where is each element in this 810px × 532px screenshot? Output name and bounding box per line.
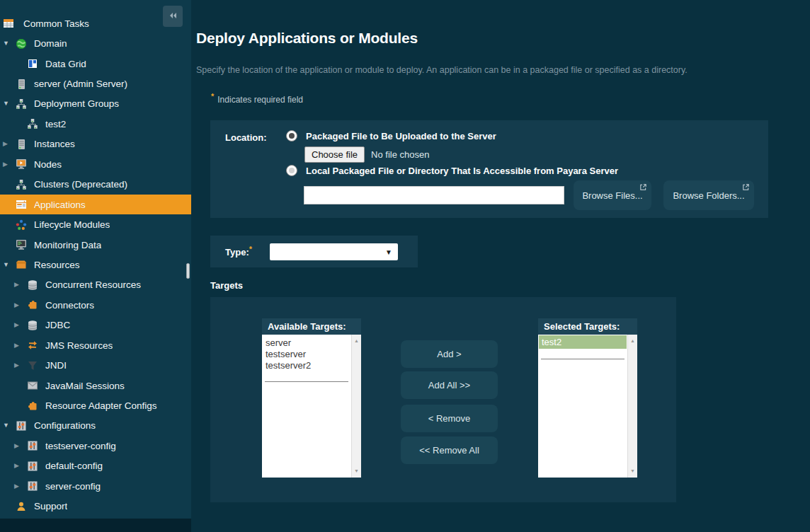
page-subtitle: Specify the location of the application … [196, 65, 810, 75]
sidebar-item-nodes[interactable]: ▶Nodes [0, 154, 191, 174]
sidebar-item-label: Instances [34, 139, 75, 149]
sidebar-item-resources[interactable]: ▼Resources [0, 255, 191, 274]
scroll-up-icon[interactable]: ▲ [628, 337, 637, 345]
path-row: Browse Files... Browse Folders... [304, 180, 754, 210]
sidebar-item-clusters-deprecated[interactable]: Clusters (Deprecated) [0, 175, 191, 195]
tree-collapsed-arrow-icon[interactable]: ▶ [3, 141, 16, 147]
file-chosen-status: No file chosen [371, 149, 429, 160]
selected-targets-scrollbar[interactable]: ▲ ▼ [627, 335, 637, 478]
add-button[interactable]: Add > [401, 340, 498, 368]
external-link-icon [742, 183, 750, 191]
dropdown-caret-icon: ▼ [385, 248, 392, 255]
common-tasks-icon [3, 18, 14, 29]
upload-radio[interactable] [286, 130, 297, 141]
remove-button[interactable]: < Remove [401, 405, 498, 432]
sidebar-item-label: JNDI [45, 360, 67, 371]
sidebar-item-server-admin-server[interactable]: server (Admin Server) [0, 74, 191, 93]
tree-collapsed-arrow-icon[interactable]: ▶ [14, 463, 27, 469]
sidebar-item-common-tasks[interactable]: Common Tasks [0, 13, 191, 33]
sidebar-item-jms-resources[interactable]: ▶JMS Resources [0, 335, 191, 355]
tree-collapsed-arrow-icon[interactable]: ▶ [3, 161, 16, 168]
selected-targets-list-items: test2 [538, 335, 627, 349]
sidebar-item-jndi[interactable]: ▶JNDI [0, 355, 191, 375]
config-sliders-icon [27, 461, 38, 472]
tree-collapsed-arrow-icon[interactable]: ▶ [14, 483, 27, 490]
browse-files-button[interactable]: Browse Files... [574, 180, 651, 210]
tree-expanded-arrow-icon[interactable]: ▼ [3, 100, 16, 107]
local-option-row: Local Packaged File or Directory That Is… [286, 165, 618, 176]
type-dropdown[interactable]: ▼ [270, 243, 398, 260]
tree-collapsed-arrow-icon[interactable]: ▶ [14, 362, 27, 369]
available-target-item-testserver2[interactable]: testserver2 [266, 360, 351, 371]
puzzle-icon [27, 299, 38, 311]
tree-collapsed-arrow-icon[interactable]: ▶ [14, 443, 27, 449]
sidebar-item-resource-adapter-configs[interactable]: Resource Adapter Configs [0, 395, 191, 415]
remove-all-button[interactable]: << Remove All [401, 436, 498, 464]
sidebar-scrollbar-thumb[interactable] [186, 263, 190, 279]
scroll-up-icon[interactable]: ▲ [352, 337, 361, 345]
sidebar-item-concurrent-resources[interactable]: ▶Concurrent Resources [0, 275, 191, 295]
available-targets-box: Available Targets: servertestservertests… [262, 318, 361, 478]
mail-envelope-icon [27, 380, 38, 391]
add-all-button[interactable]: Add All >> [401, 371, 498, 399]
sidebar-item-data-grid[interactable]: Data Grid [0, 54, 191, 74]
selected-targets-listbox[interactable]: test2 ▲ ▼ [538, 335, 637, 478]
sidebar-item-instances[interactable]: ▶Instances [0, 134, 191, 154]
sidebar-item-label: server (Admin Server) [34, 79, 127, 89]
sidebar-item-label: testserver-config [45, 441, 116, 451]
sidebar: Common Tasks▼DomainData Gridserver (Admi… [0, 0, 191, 532]
sidebar-item-label: Configurations [34, 420, 96, 431]
tree-collapsed-arrow-icon[interactable]: ▶ [14, 302, 27, 308]
sidebar-item-applications[interactable]: Applications [0, 195, 191, 214]
sidebar-item-label: Concurrent Resources [45, 279, 141, 290]
choose-file-button[interactable]: Choose file [304, 146, 365, 163]
sidebar-item-testserver-config[interactable]: ▶testserver-config [0, 436, 191, 456]
sidebar-item-configurations[interactable]: ▼Configurations [0, 416, 191, 436]
scroll-down-icon[interactable]: ▼ [628, 468, 637, 475]
cluster-tree-icon [16, 98, 27, 110]
sidebar-item-default-config[interactable]: ▶default-config [0, 456, 191, 476]
sidebar-item-jdbc[interactable]: ▶JDBC [0, 316, 191, 335]
sidebar-item-label: Nodes [34, 159, 62, 170]
external-link-icon [639, 183, 647, 191]
browse-folders-button[interactable]: Browse Folders... [663, 180, 754, 210]
sidebar-item-support[interactable]: Support [0, 497, 191, 516]
sidebar-item-label: Connectors [45, 300, 94, 311]
sidebar-item-domain[interactable]: ▼Domain [0, 33, 191, 53]
sidebar-item-label: JavaMail Sessions [45, 381, 125, 391]
funnel-icon [27, 360, 38, 371]
available-targets-list-items: servertestservertestserver2 [262, 335, 351, 371]
type-label: Type:* [225, 245, 256, 258]
sidebar-item-test2[interactable]: test2 [0, 114, 191, 134]
tree-collapsed-arrow-icon[interactable]: ▶ [14, 342, 27, 349]
tree-expanded-arrow-icon[interactable]: ▼ [3, 422, 16, 429]
tree-collapsed-arrow-icon[interactable]: ▶ [14, 282, 27, 288]
sidebar-item-monitoring-data[interactable]: Monitoring Data [0, 235, 191, 255]
resources-folder-icon [16, 259, 27, 270]
support-person-icon [16, 501, 27, 512]
local-path-radio[interactable] [286, 165, 297, 176]
tree-expanded-arrow-icon[interactable]: ▼ [3, 262, 16, 268]
config-sliders-icon [27, 440, 38, 451]
cluster-tree-icon [27, 118, 38, 129]
available-target-item-testserver[interactable]: testserver [266, 349, 351, 360]
sidebar-item-server-config[interactable]: ▶server-config [0, 476, 191, 496]
sidebar-item-connectors[interactable]: ▶Connectors [0, 295, 191, 315]
local-path-input[interactable] [304, 186, 564, 204]
sidebar-bottom-strip [0, 519, 191, 532]
sidebar-item-label: Common Tasks [23, 18, 89, 29]
tree-expanded-arrow-icon[interactable]: ▼ [3, 40, 16, 47]
upload-option-row: Packaged File to Be Uploaded to the Serv… [286, 130, 496, 141]
selected-target-item-test2[interactable]: test2 [539, 335, 627, 349]
sidebar-item-javamail-sessions[interactable]: JavaMail Sessions [0, 376, 191, 395]
sidebar-item-label: JDBC [45, 320, 70, 330]
sidebar-item-deployment-groups[interactable]: ▼Deployment Groups [0, 94, 191, 114]
available-targets-listbox[interactable]: servertestservertestserver2 ▲ ▼ [262, 335, 361, 478]
scroll-down-icon[interactable]: ▼ [352, 468, 361, 475]
available-targets-scrollbar[interactable]: ▲ ▼ [351, 335, 361, 478]
sidebar-item-label: Lifecycle Modules [34, 219, 110, 230]
available-target-item-server[interactable]: server [266, 337, 351, 349]
tree-collapsed-arrow-icon[interactable]: ▶ [14, 322, 27, 328]
database-icon [27, 320, 38, 331]
sidebar-item-lifecycle-modules[interactable]: Lifecycle Modules [0, 214, 191, 234]
